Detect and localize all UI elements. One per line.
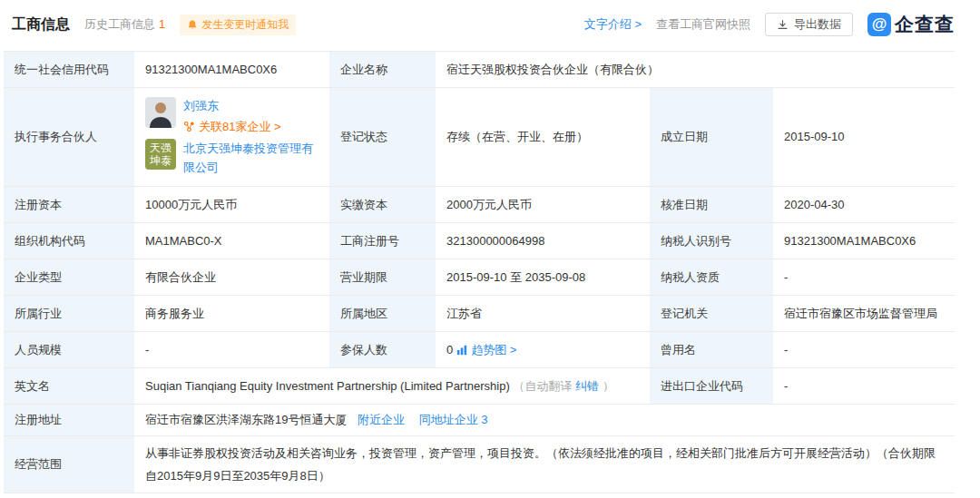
person-photo-icon [145,97,176,128]
value-paid-capital: 2000万元人民币 [436,187,650,223]
value-executive-partner: 刘强东 关联81家企业 > [134,88,329,187]
label-region: 所属地区 [329,296,436,332]
table-row: 注册资本 10000万元人民币 实缴资本 2000万元人民币 核准日期 2020… [4,187,955,223]
label-insured-count: 参保人数 [329,332,436,368]
history-count-badge: 1 [159,17,165,31]
same-address-companies-link[interactable]: 同地址企业 3 [419,413,488,426]
text-intro-link[interactable]: 文字介绍 > [584,16,642,33]
label-business-term: 营业期限 [329,259,436,296]
value-taxpayer-qualification: - [773,259,955,296]
label-former-name: 曾用名 [650,332,773,368]
label-approval-date: 核准日期 [650,187,773,223]
value-reg-authority: 宿迁市宿豫区市场监督管理局 [773,296,955,332]
label-company-name: 企业名称 [329,52,436,88]
page-title: 工商信息 [12,15,70,34]
value-org-code: MA1MABC0-X [134,223,329,259]
section-header: 工商信息 历史工商信息1 发生变更时通知我 文字介绍 > 查看工商官网快照 导出… [4,11,955,38]
value-reg-address: 宿迁市宿豫区洪泽湖东路19号恒通大厦 附近企业 同地址企业 3 [134,405,955,436]
label-reg-authority: 登记机关 [650,296,773,332]
label-staff-size: 人员规模 [4,332,134,368]
nearby-companies-link[interactable]: 附近企业 [358,413,405,426]
label-import-export-code: 进出口企业代码 [650,368,773,405]
value-company-type: 有限合伙企业 [134,259,329,296]
qichacha-logo: @ 企查查 [867,12,955,37]
history-info-link[interactable]: 历史工商信息1 [84,16,165,33]
table-row: 所属行业 商务服务业 所属地区 江苏省 登记机关 宿迁市宿豫区市场监督管理局 [4,296,955,332]
value-business-scope: 从事非证券股权投资活动及相关咨询业务，投资管理，资产管理，项目投资。（依法须经批… [134,436,955,493]
value-staff-size: - [134,332,329,368]
partner-company-link[interactable]: 北京天强坤泰投资管理有限公司 [183,139,318,177]
related-companies-link[interactable]: 关联81家企业 > [183,118,281,136]
value-establish-date: 2015-09-10 [773,88,955,187]
table-row: 组织机构代码 MA1MABC0-X 工商注册号 321300000064998 … [4,223,955,259]
value-reg-status: 存续（在营、开业、在册） [436,88,650,187]
header-actions: 文字介绍 > 查看工商官网快照 导出数据 @ 企查查 [584,12,955,37]
table-row: 英文名 Suqian Tianqiang Equity Investment P… [4,368,955,405]
table-row: 人员规模 - 参保人数 0 趋势图 > 曾用名 - [4,332,955,368]
correction-link[interactable]: 纠错 [575,379,599,393]
table-row: 经营范围 从事非证券股权投资活动及相关咨询业务，投资管理，资产管理，项目投资。（… [4,436,955,493]
label-taxpayer-id: 纳税人识别号 [650,223,773,259]
value-company-name: 宿迁天强股权投资合伙企业（有限合伙） [436,52,955,88]
value-credit-code: 91321300MA1MABC0X6 [134,52,329,88]
qichacha-brand-name: 企查查 [895,12,955,37]
value-taxpayer-id: 91321300MA1MABC0X6 [773,223,955,259]
value-import-export-code: - [773,368,955,405]
business-info-panel: 工商信息 历史工商信息1 发生变更时通知我 文字介绍 > 查看工商官网快照 导出… [0,0,980,493]
partner-name-link[interactable]: 刘强东 [183,97,281,115]
label-reg-address: 注册地址 [4,405,134,436]
export-data-button[interactable]: 导出数据 [765,13,853,36]
label-paid-capital: 实缴资本 [329,187,436,223]
label-org-code: 组织机构代码 [4,223,134,259]
value-english-name: Suqian Tianqiang Equity Investment Partn… [134,368,650,405]
bell-icon [187,19,198,31]
partner-avatar[interactable] [145,97,176,128]
label-english-name: 英文名 [4,368,134,405]
label-establish-date: 成立日期 [650,88,773,187]
table-row: 统一社会信用代码 91321300MA1MABC0X6 企业名称 宿迁天强股权投… [4,52,955,88]
auto-translate-note: （自动翻译 [513,379,572,393]
table-row: 企业类型 有限合伙企业 营业期限 2015-09-10 至 2035-09-08… [4,259,955,296]
download-icon [777,19,789,31]
value-approval-date: 2020-04-30 [773,187,955,223]
official-snapshot-link[interactable]: 查看工商官网快照 [656,16,750,33]
label-credit-code: 统一社会信用代码 [4,52,134,88]
value-insured-count: 0 趋势图 > [436,332,650,368]
label-reg-number: 工商注册号 [329,223,436,259]
insured-count-number: 0 [446,341,453,359]
value-reg-capital: 10000万元人民币 [134,187,329,223]
label-reg-capital: 注册资本 [4,187,134,223]
label-industry: 所属行业 [4,296,134,332]
table-row: 注册地址 宿迁市宿豫区洪泽湖东路19号恒通大厦 附近企业 同地址企业 3 [4,405,955,436]
label-taxpayer-qualification: 纳税人资质 [650,259,773,296]
value-industry: 商务服务业 [134,296,329,332]
trend-chart-link[interactable]: 趋势图 > [456,341,516,359]
notify-change-button[interactable]: 发生变更时通知我 [180,15,296,35]
label-company-type: 企业类型 [4,259,134,296]
value-former-name: - [773,332,955,368]
label-business-scope: 经营范围 [4,436,134,493]
label-executive-partner: 执行事务合伙人 [4,88,134,187]
value-reg-number: 321300000064998 [436,223,650,259]
value-business-term: 2015-09-10 至 2035-09-08 [436,259,650,296]
table-row: 执行事务合伙人 刘强东 [4,88,955,187]
business-info-table: 统一社会信用代码 91321300MA1MABC0X6 企业名称 宿迁天强股权投… [4,51,955,493]
bar-chart-icon [456,345,467,356]
related-network-icon [183,121,195,132]
label-reg-status: 登记状态 [329,88,436,187]
company-logo[interactable]: 天强 坤泰 [145,139,176,170]
qichacha-brand-icon: @ [867,13,891,36]
value-region: 江苏省 [436,296,650,332]
